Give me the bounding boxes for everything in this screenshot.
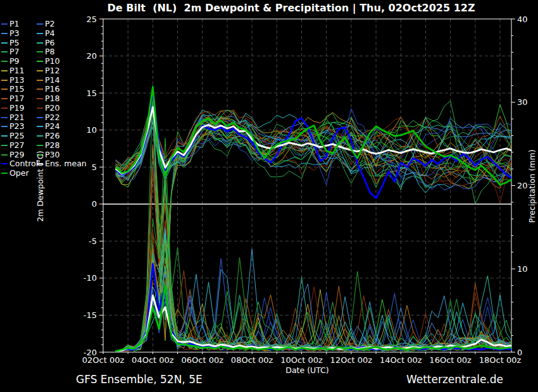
x-tick-label: 14Oct 00z bbox=[380, 355, 422, 365]
left-tick-label: -5 bbox=[89, 236, 97, 246]
right-tick-label: 10 bbox=[517, 264, 528, 274]
left-tick-label: -10 bbox=[84, 273, 97, 283]
footer-model-info: GFS Ensemble, 52N, 5E bbox=[76, 373, 203, 386]
left-tick-label: 5 bbox=[92, 162, 97, 172]
right-tick-label: 40 bbox=[517, 15, 528, 24]
x-tick-label: 06Oct 00z bbox=[181, 355, 223, 365]
left-axis-title: 2m Dewpoint (°C) bbox=[35, 114, 45, 259]
series-line-p20-dewpoint bbox=[116, 90, 513, 291]
x-tick-label: 16Oct 00z bbox=[429, 355, 472, 365]
series-lines bbox=[116, 85, 513, 352]
chart-canvas: 2520151050-5-10-15-2040302010002Oct 00z0… bbox=[0, 0, 538, 392]
footer-site-name: Wetterzentrale.de bbox=[406, 373, 503, 386]
x-tick-label: 08Oct 00z bbox=[231, 355, 273, 365]
x-tick-label: 12Oct 00z bbox=[330, 355, 373, 365]
right-tick-label: 20 bbox=[517, 181, 528, 190]
left-tick-label: 10 bbox=[86, 125, 97, 135]
meteogram-screen: De Bilt (NL) 2m Dewpoint & Precipitation… bbox=[0, 0, 538, 392]
left-tick-label: -15 bbox=[84, 310, 97, 320]
x-tick-label: 18Oct 00z bbox=[479, 355, 522, 365]
x-tick-label: 02Oct 00z bbox=[82, 355, 125, 365]
left-tick-label: 0 bbox=[92, 199, 97, 209]
left-tick-label: 20 bbox=[86, 51, 97, 61]
x-tick-label: 04Oct 00z bbox=[132, 355, 174, 365]
right-tick-label: 30 bbox=[517, 97, 528, 107]
x-tick-label: 10Oct 00z bbox=[280, 355, 323, 365]
left-tick-label: 15 bbox=[86, 89, 97, 98]
left-tick-label: 25 bbox=[86, 15, 97, 24]
series-line-p16-dewpoint bbox=[116, 99, 513, 299]
right-axis-title: Precipitation (mm) bbox=[527, 114, 537, 259]
